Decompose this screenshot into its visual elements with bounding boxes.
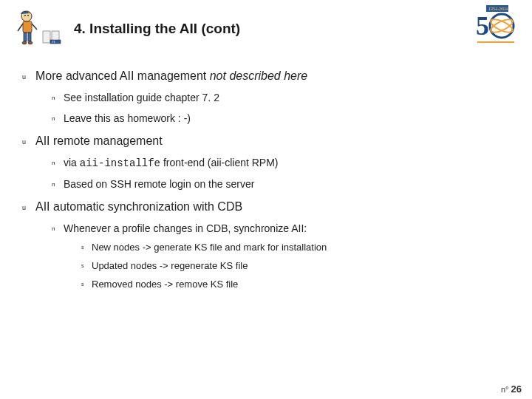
bullet-marker-n: n [52, 178, 64, 188]
bullet-level1: u AII automatic synchronization with CDB [22, 200, 510, 214]
bullet-marker-u: u [22, 134, 35, 146]
slide-content: u More advanced AII management not descr… [0, 52, 532, 290]
bullet-level3: s Updated nodes -> regenerate KS file [81, 260, 510, 271]
bullet-marker-s: s [81, 260, 92, 268]
bullet-marker-s: s [81, 279, 92, 287]
bullet-level1: u AII remote management [22, 134, 510, 148]
bullet-marker-n: n [52, 157, 64, 166]
bullet-level3: s Removed nodes -> remove KS file [81, 279, 510, 290]
bullet-level2: n Leave this as homework : -) [52, 112, 510, 124]
bullet-marker-u: u [22, 200, 35, 211]
bullet-marker-s: s [81, 242, 92, 250]
bullet-marker-u: u [22, 69, 35, 81]
bullet-level2: n See installation guide chapter 7. 2 [52, 92, 510, 103]
bullet-marker-n: n [52, 222, 64, 232]
page-number: n° 26 [501, 383, 522, 395]
bullet-level1: u More advanced AII management not descr… [22, 69, 510, 83]
bullet-marker-n: n [52, 92, 64, 101]
bullet-level3: s New nodes -> generate KS file and mark… [81, 242, 510, 253]
bullet-level2: n Whenever a profile changes in CDB, syn… [52, 222, 510, 234]
bullet-marker-n: n [52, 112, 64, 122]
slide-title: 4. Installing the AII (cont) [74, 21, 532, 37]
bullet-level2: n Based on SSH remote login on the serve… [52, 178, 510, 190]
bullet-level2: n via aii-installfe front-end (aii-clien… [52, 157, 510, 169]
